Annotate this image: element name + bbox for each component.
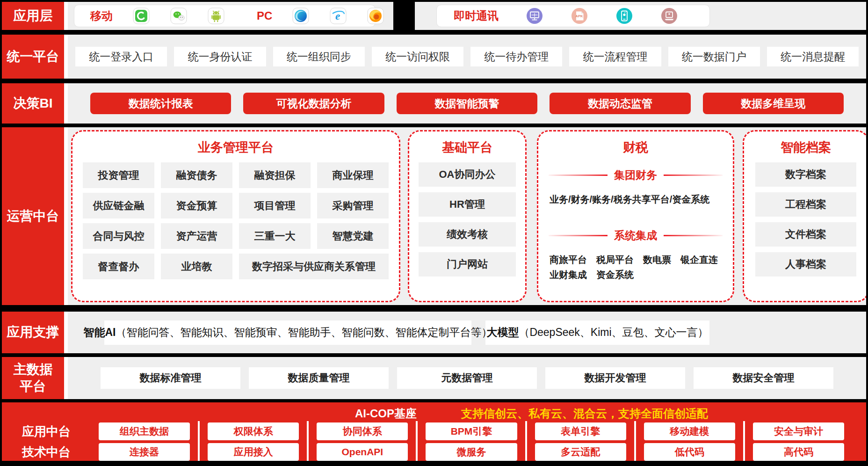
row-master-data: 主数据 平台 数据标准管理数据质量管理元数据管理数据开发管理数据安全管理 bbox=[2, 357, 866, 399]
app-middle-item-label: BPM引擎 bbox=[426, 422, 517, 440]
tech-middle-item: 连接器 bbox=[91, 442, 200, 462]
separator bbox=[2, 305, 866, 312]
operations-content: 业务管理平台 投资管理融资债务融资担保商业保理供应链金融资金预算项目管理采购管理… bbox=[68, 127, 868, 305]
llm-text: （DeepSeek、Kimi、豆包、文心一言） bbox=[519, 325, 708, 340]
archives-item: 数字档案 bbox=[755, 162, 856, 187]
support-label: 应用支撑 bbox=[2, 312, 64, 353]
mobile-label: 移动 bbox=[90, 8, 113, 23]
masterdata-label-line2: 平台 bbox=[20, 378, 46, 395]
business-item: 项目管理 bbox=[239, 193, 311, 218]
separator bbox=[2, 399, 866, 402]
bi-item: 数据智能预警 bbox=[397, 93, 537, 114]
llm-box: 大模型 （DeepSeek、Kimi、豆包、文心一言） bbox=[485, 320, 709, 345]
bi-item: 数据动态监管 bbox=[550, 93, 690, 114]
masterdata-item: 数据开发管理 bbox=[545, 367, 685, 389]
tech-middle-item: 微服务 bbox=[418, 442, 527, 462]
business-item: 数字招采与供应商关系管理 bbox=[239, 254, 389, 279]
app-middle-items: 组织主数据权限体系协同体系BPM引擎表单引擎移动建模安全与审计 bbox=[91, 421, 852, 442]
archives-title: 智能档案 bbox=[755, 139, 856, 156]
app-middle-item: 表单引擎 bbox=[527, 421, 636, 442]
app-middle-item-label: 移动建模 bbox=[644, 422, 735, 440]
basic-list: OA协同办公HR管理绩效考核门户网站 bbox=[419, 162, 516, 277]
row-operations: 运营中台 业务管理平台 投资管理融资债务融资担保商业保理供应链金融资金预算项目管… bbox=[2, 127, 866, 305]
wechat-icon bbox=[170, 7, 188, 25]
bottom-header: AI-COP基座 支持信创云、私有云、混合云，支持全面信创适配 bbox=[2, 406, 866, 421]
basic-item: 门户网站 bbox=[419, 252, 516, 277]
fintax-title: 财税 bbox=[549, 139, 723, 156]
tech-middle-item-label: 连接器 bbox=[99, 443, 190, 461]
row-app-support: 应用支撑 智能AI （智能问答、智能知识、智能预审、智能助手、智能问数、智能体定… bbox=[2, 312, 866, 353]
archives-item: 工程档案 bbox=[755, 192, 856, 217]
system-integration-text: 商旅平台 税局平台 数电票 银企直连 业财集成 资金系统 bbox=[550, 252, 722, 282]
system-integration-title: 系统集成 bbox=[614, 228, 657, 243]
llm-title: 大模型 bbox=[486, 325, 519, 340]
decor-line bbox=[664, 175, 723, 176]
mobile-pc-box: 移动 bbox=[74, 5, 376, 27]
apk-file-icon: APK bbox=[571, 7, 588, 25]
app-middle-item: 权限体系 bbox=[200, 421, 309, 442]
business-title: 业务管理平台 bbox=[83, 139, 389, 156]
app-layer-label: 应用层 bbox=[2, 2, 64, 30]
row-unified-platform: 统一平台 统一登录入口统一身份认证统一组织同步统一访问权限统一待办管理统一流程管… bbox=[2, 35, 866, 79]
row-decision-bi: 决策BI 数据统计报表可视化数据分析数据智能预警数据动态监管数据多维呈现 bbox=[2, 83, 866, 124]
masterdata-item: 数据标准管理 bbox=[101, 367, 240, 389]
ai-box: 智能AI （智能问答、智能知识、智能预审、智能助手、智能问数、智能体定制平台等） bbox=[104, 320, 471, 345]
unified-item: 统一待办管理 bbox=[470, 47, 562, 66]
firefox-icon bbox=[367, 7, 384, 25]
black-divider-block bbox=[393, 2, 415, 30]
unified-item: 统一流程管理 bbox=[569, 47, 661, 66]
tech-middle-item-label: 低代码 bbox=[644, 443, 735, 461]
ie-icon: e bbox=[329, 7, 347, 25]
unified-label: 统一平台 bbox=[2, 35, 64, 79]
app-middle-item-label: 安全与审计 bbox=[753, 422, 844, 440]
ai-text: （智能问答、智能知识、智能预审、智能助手、智能问数、智能体定制平台等） bbox=[116, 325, 492, 340]
operations-label: 运营中台 bbox=[2, 127, 64, 305]
tech-middle-item: OpenAPI bbox=[309, 442, 418, 462]
masterdata-label-line1: 主数据 bbox=[14, 361, 53, 378]
bi-item: 数据统计报表 bbox=[90, 93, 231, 114]
business-item: 督查督办 bbox=[83, 254, 154, 279]
business-item: 融资债务 bbox=[161, 162, 232, 188]
svg-text:APK: APK bbox=[576, 14, 583, 18]
unified-item: 统一消息提醒 bbox=[767, 47, 859, 66]
pc-label: PC bbox=[257, 9, 272, 22]
separator bbox=[2, 30, 866, 35]
group-finance-header: 集团财务 bbox=[549, 168, 723, 182]
unified-item: 统一身份认证 bbox=[174, 47, 266, 66]
masterdata-content: 数据标准管理数据质量管理元数据管理数据开发管理数据安全管理 bbox=[68, 357, 866, 399]
app-middle-item-label: 协同体系 bbox=[317, 422, 408, 440]
tech-middle-item-label: 高代码 bbox=[753, 443, 844, 461]
mac-laptop-icon bbox=[660, 7, 678, 25]
separator bbox=[2, 353, 866, 357]
tech-middle-row: 技术中台 连接器应用接入OpenAPI微服务多云适配低代码高代码 bbox=[2, 442, 852, 462]
swirl-app-icon bbox=[132, 7, 150, 25]
business-item: 资产运营 bbox=[161, 223, 232, 249]
basic-item: HR管理 bbox=[419, 192, 516, 217]
unified-item: 统一登录入口 bbox=[75, 47, 167, 66]
tech-middle-items: 连接器应用接入OpenAPI微服务多云适配低代码高代码 bbox=[91, 442, 852, 462]
app-middle-item: BPM引擎 bbox=[418, 421, 527, 442]
unified-item: 统一访问权限 bbox=[372, 47, 463, 66]
app-middle-item-label: 表单引擎 bbox=[535, 422, 626, 440]
tech-middle-item: 高代码 bbox=[745, 442, 852, 462]
app-middle-item-label: 权限体系 bbox=[208, 422, 299, 440]
decor-line bbox=[549, 175, 608, 176]
app-layer-content: 移动 bbox=[68, 2, 866, 30]
instant-messaging-box: 即时通讯 APK bbox=[436, 5, 710, 27]
android-icon bbox=[207, 7, 225, 25]
tech-middle-item-label: 应用接入 bbox=[208, 443, 299, 461]
archives-item: 文件档案 bbox=[755, 222, 856, 247]
decor-line bbox=[549, 235, 608, 236]
app-middle-item: 协同体系 bbox=[309, 421, 418, 442]
unified-content: 统一登录入口统一身份认证统一组织同步统一访问权限统一待办管理统一流程管理统一数据… bbox=[68, 35, 866, 79]
middle-platform-section: AI-COP基座 支持信创云、私有云、混合云，支持全面信创适配 应用中台 组织主… bbox=[2, 402, 866, 461]
business-item: 资金预算 bbox=[161, 193, 232, 218]
cloud-support-banner: 支持信创云、私有云、混合云，支持全面信创适配 bbox=[461, 406, 708, 421]
bi-label: 决策BI bbox=[2, 83, 64, 124]
unified-item: 统一数据门户 bbox=[668, 47, 760, 66]
bi-content: 数据统计报表可视化数据分析数据智能预警数据动态监管数据多维呈现 bbox=[68, 83, 866, 124]
edge-icon bbox=[292, 7, 310, 25]
architecture-diagram: 应用层 移动 bbox=[0, 0, 868, 466]
archives-item: 人事档案 bbox=[755, 252, 856, 277]
smart-archives-box: 智能档案 数字档案工程档案文件档案人事档案 bbox=[743, 130, 868, 302]
